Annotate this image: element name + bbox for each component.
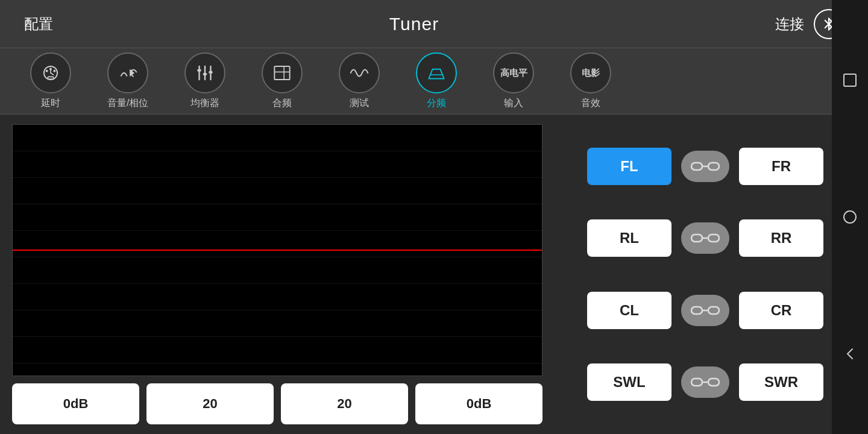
side-navigation xyxy=(832,0,868,434)
nav-item-crossover-sum[interactable]: 合频 xyxy=(244,52,321,110)
effects-icon: 电影 xyxy=(570,52,611,93)
crossover-sum-icon xyxy=(262,52,303,93)
crossover-label: 分频 xyxy=(427,97,446,110)
android-home-button[interactable] xyxy=(839,206,861,228)
svg-rect-11 xyxy=(203,73,207,75)
svg-rect-22 xyxy=(691,163,702,170)
graph-container: 0dB 20 20 0dB xyxy=(12,124,542,424)
fl-fr-link-button[interactable] xyxy=(681,151,729,182)
equalizer-icon xyxy=(184,52,225,93)
effects-label: 音效 xyxy=(581,97,600,110)
android-back-button[interactable] xyxy=(839,343,861,365)
svg-rect-34 xyxy=(844,74,856,86)
svg-rect-23 xyxy=(708,163,719,170)
volume-phase-icon xyxy=(107,52,148,93)
crossover-icon xyxy=(416,52,457,93)
svg-line-6 xyxy=(132,75,134,77)
rr-button[interactable]: RR xyxy=(739,219,823,257)
delay-label: 延时 xyxy=(41,97,60,110)
nav-item-equalizer[interactable]: 均衡器 xyxy=(166,52,244,110)
equalizer-label: 均衡器 xyxy=(190,97,219,110)
cr-button[interactable]: CR xyxy=(739,292,823,329)
svg-rect-4 xyxy=(48,77,54,79)
test-label: 测试 xyxy=(350,97,369,110)
freq-low-button[interactable]: 20 xyxy=(146,383,274,424)
frequency-graph xyxy=(12,124,542,376)
volume-phase-label: 音量/相位 xyxy=(107,97,148,110)
header-title: Tuner xyxy=(389,14,439,34)
fl-button[interactable]: FL xyxy=(587,148,671,185)
svg-rect-28 xyxy=(691,307,702,314)
input-icon: 高电平 xyxy=(493,52,534,93)
svg-rect-26 xyxy=(708,234,719,242)
header-left: 配置 xyxy=(24,14,53,34)
channel-row-fl-fr: FL FR xyxy=(555,148,856,185)
config-button[interactable]: 配置 xyxy=(24,14,53,34)
input-label: 输入 xyxy=(504,97,523,110)
test-icon xyxy=(339,52,380,93)
svg-rect-25 xyxy=(691,234,702,242)
cl-cr-link-button[interactable] xyxy=(681,295,729,326)
swl-button[interactable]: SWL xyxy=(587,363,671,401)
swr-button[interactable]: SWR xyxy=(739,363,823,401)
main-content: 0dB 20 20 0dB FL xyxy=(0,115,868,434)
channel-row-cl-cr: CL CR xyxy=(555,292,856,329)
connect-label: 连接 xyxy=(775,14,804,34)
svg-rect-12 xyxy=(209,71,213,74)
svg-point-35 xyxy=(844,211,856,223)
navbar: 延时 音量/相位 均衡器 xyxy=(0,48,868,115)
fr-button[interactable]: FR xyxy=(739,148,823,185)
nav-item-test[interactable]: 测试 xyxy=(321,52,398,110)
svg-rect-10 xyxy=(198,69,201,72)
channel-row-swl-swr: SWL SWR xyxy=(555,363,856,401)
delay-icon xyxy=(30,52,71,93)
nav-item-crossover[interactable]: 分频 xyxy=(398,52,475,110)
nav-item-delay[interactable]: 延时 xyxy=(12,52,89,110)
svg-point-1 xyxy=(46,70,48,72)
svg-point-3 xyxy=(53,70,55,72)
svg-rect-32 xyxy=(708,379,719,386)
rl-button[interactable]: RL xyxy=(587,219,671,257)
freq-high-button[interactable]: 20 xyxy=(281,383,408,424)
nav-item-effects[interactable]: 电影 音效 xyxy=(552,52,629,110)
svg-rect-13 xyxy=(275,66,290,80)
cl-button[interactable]: CL xyxy=(587,292,671,329)
db-right-button[interactable]: 0dB xyxy=(415,383,542,424)
graph-grid-svg xyxy=(13,125,542,376)
nav-item-input[interactable]: 高电平 输入 xyxy=(475,52,552,110)
header: 配置 Tuner 连接 xyxy=(0,0,868,48)
svg-rect-29 xyxy=(708,307,719,314)
right-panel: FL FR RL xyxy=(555,124,856,424)
db-left-button[interactable]: 0dB xyxy=(12,383,139,424)
swl-swr-link-button[interactable] xyxy=(681,366,729,398)
nav-item-volume-phase[interactable]: 音量/相位 xyxy=(89,52,166,110)
crossover-sum-label: 合频 xyxy=(272,97,292,110)
svg-rect-31 xyxy=(691,379,702,386)
bottom-controls: 0dB 20 20 0dB xyxy=(12,383,542,424)
channel-row-rl-rr: RL RR xyxy=(555,219,856,257)
android-square-button[interactable] xyxy=(839,69,861,91)
rl-rr-link-button[interactable] xyxy=(681,222,729,254)
